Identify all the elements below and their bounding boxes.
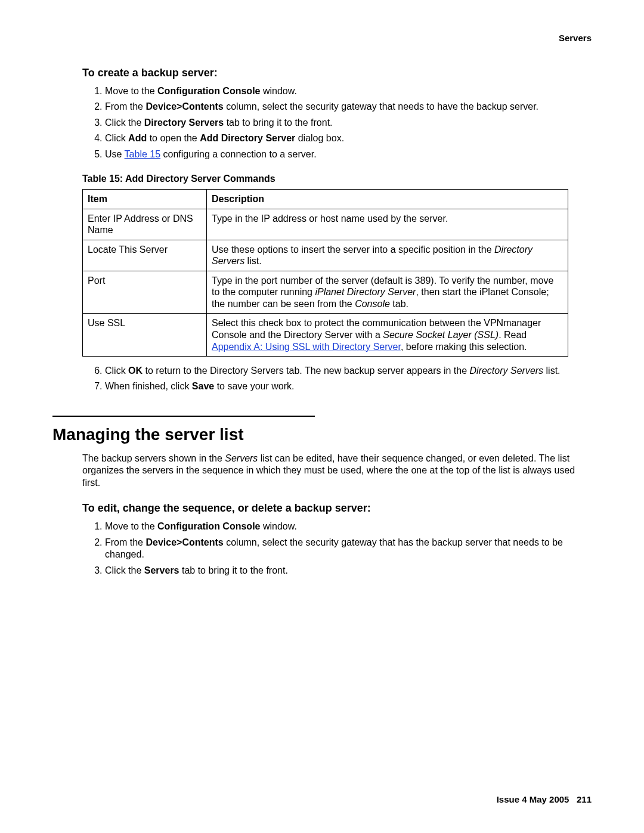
text: Move to the [105,521,157,531]
cell-desc: Type in the IP address or host name used… [207,209,568,240]
bold-text: Add [128,133,147,143]
cell-item: Locate This Server [83,240,207,271]
text: to open the [147,133,200,143]
text: The backup servers shown in the [82,453,225,463]
text: window. [260,521,296,531]
bold-text: Save [192,381,214,391]
italic-text: Directory Servers [470,366,544,376]
cell-desc: Select this check box to protect the com… [207,314,568,357]
text: Click [105,366,128,376]
text: column, select the security gateway that… [224,101,538,112]
text: tab to bring it to the front. [179,565,288,575]
cell-item: Enter IP Address or DNS Name [83,209,207,240]
italic-text: Console [355,299,390,309]
step: From the Device>Contents column, select … [105,101,592,113]
appendix-a-link[interactable]: Appendix A: Using SSL with Directory Ser… [212,342,401,352]
table-header-row: Item Description [83,190,568,209]
bold-text: Configuration Console [157,521,260,531]
step: Move to the Configuration Console window… [105,85,592,97]
page-header-right: Servers [52,33,592,43]
text: Click the [105,117,144,128]
step: Click the Servers tab to bring it to the… [105,565,592,577]
cell-desc: Use these options to insert the server i… [207,240,568,271]
text: tab to bring it to the front. [224,117,332,128]
table-15-link[interactable]: Table 15 [125,149,161,159]
step: When finished, click Save to save your w… [105,380,592,392]
cell-item: Use SSL [83,314,207,357]
text: to save your work. [214,381,294,391]
text: . Read [499,330,527,340]
footer-issue: Issue 4 May 2005 [497,794,569,804]
text: , before making this selection. [401,342,527,352]
steps-create-backup: Move to the Configuration Console window… [80,85,592,160]
footer-page-number: 211 [577,794,592,804]
section-title-edit-backup: To edit, change the sequence, or delete … [82,502,592,515]
text: From the [105,101,145,112]
bold-text: Servers [144,565,179,575]
bold-text: OK [128,366,143,376]
text: dialog box. [295,133,344,143]
table-row: Enter IP Address or DNS Name Type in the… [83,209,568,240]
text: Use [105,149,125,159]
text: tab. [390,299,408,309]
col-header-description: Description [207,190,568,209]
text: From the [105,537,145,547]
step: Click Add to open the Add Directory Serv… [105,132,592,144]
table-caption: Table 15: Add Directory Server Commands [82,174,592,184]
bold-text: Add Directory Server [200,133,295,143]
heading-managing-server-list: Managing the server list [52,425,592,444]
table-row: Locate This Server Use these options to … [83,240,568,271]
col-header-item: Item [83,190,207,209]
table-add-directory-server: Item Description Enter IP Address or DNS… [82,189,568,357]
text: configuring a connection to a server. [160,149,317,159]
italic-text: iPlanet Directory Server [315,287,416,297]
table-row: Use SSL Select this check box to protect… [83,314,568,357]
step: Click the Directory Servers tab to bring… [105,117,592,129]
bold-text: Directory Servers [144,117,224,128]
step: Use Table 15 configuring a connection to… [105,148,592,160]
steps-create-backup-cont: Click OK to return to the Directory Serv… [80,365,592,393]
text: Use these options to insert the server i… [212,244,494,255]
step: Move to the Configuration Console window… [105,521,592,532]
page: Servers To create a backup server: Move … [0,0,644,833]
cell-desc: Type in the port number of the server (d… [207,271,568,314]
italic-text: Secure Socket Layer (SSL) [383,330,499,340]
text: Click the [105,565,144,575]
cell-item: Port [83,271,207,314]
bold-text: Device>Contents [145,101,223,112]
text: list. [244,256,261,266]
text: to return to the Directory Servers tab. … [143,366,469,376]
body-paragraph: The backup servers shown in the Servers … [82,453,592,489]
page-footer: Issue 4 May 2005 211 [497,794,592,804]
bold-text: Device>Contents [145,537,223,547]
italic-text: Servers [225,453,258,463]
text: When finished, click [105,381,192,391]
step: From the Device>Contents column, select … [105,537,592,561]
bold-text: Configuration Console [157,86,260,96]
section-title-create-backup: To create a backup server: [82,67,592,79]
section-divider [52,416,315,417]
text: Click [105,133,128,143]
text: Move to the [105,86,157,96]
steps-edit-backup: Move to the Configuration Console window… [80,521,592,577]
step: Click OK to return to the Directory Serv… [105,365,592,377]
text: window. [260,86,296,96]
table-row: Port Type in the port number of the serv… [83,271,568,314]
text: list. [543,366,560,376]
